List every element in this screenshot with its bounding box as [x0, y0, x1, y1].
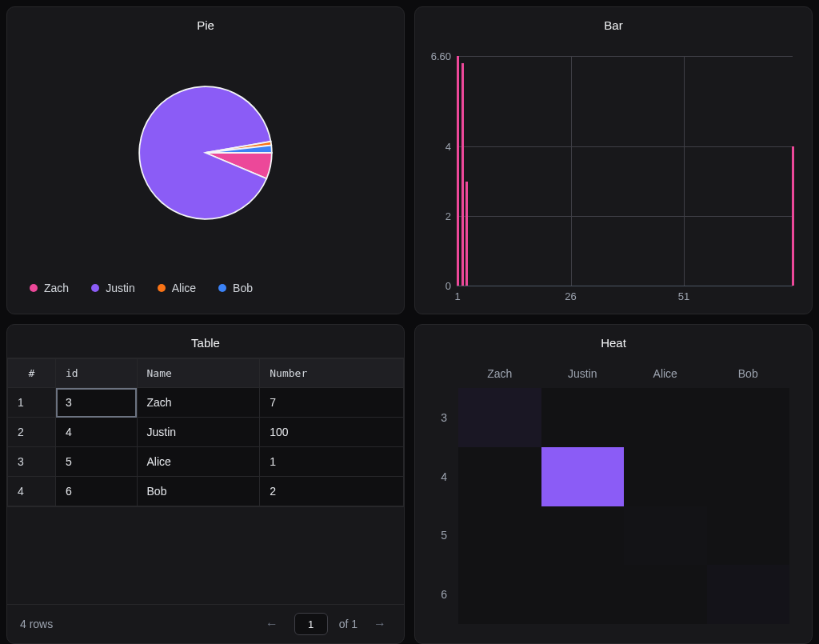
cell[interactable]: Zach	[137, 388, 260, 418]
column-header[interactable]: #	[8, 359, 56, 388]
legend-item[interactable]: Alice	[158, 282, 196, 294]
table-row[interactable]: 46Bob2	[8, 477, 404, 506]
rows-count: 4 rows	[20, 618, 53, 630]
bar[interactable]	[457, 56, 459, 286]
heat-chart: ZachJustinAliceBob 3456	[415, 358, 812, 643]
cell[interactable]: Alice	[137, 447, 260, 477]
heat-cell[interactable]	[624, 565, 707, 624]
heat-cell[interactable]	[541, 447, 625, 506]
page-of-label: of 1	[339, 618, 358, 630]
heat-cell[interactable]	[624, 388, 707, 447]
bar[interactable]	[465, 182, 468, 286]
cell[interactable]: 6	[56, 477, 138, 506]
legend-swatch	[30, 284, 38, 292]
column-header[interactable]: Name	[137, 359, 260, 388]
data-table[interactable]: #idNameNumber 13Zach724Justin10035Alice1…	[7, 358, 404, 506]
cell[interactable]: 3	[56, 388, 138, 418]
next-page-button[interactable]: →	[369, 614, 391, 634]
x-tick-label: 51	[678, 286, 689, 302]
column-header[interactable]: id	[56, 359, 138, 388]
heat-cell[interactable]	[707, 447, 790, 506]
pie-panel: Pie ZachJustinAliceBob	[6, 6, 405, 314]
heat-row-label: 4	[441, 470, 458, 483]
heat-col-label: Justin	[541, 367, 625, 380]
heat-col-label: Zach	[458, 367, 541, 380]
y-tick-label: 4	[445, 141, 457, 153]
heat-cell[interactable]	[624, 506, 707, 566]
pie-chart	[7, 40, 404, 266]
heat-row-label: 3	[441, 411, 458, 424]
table-row[interactable]: 13Zach7	[8, 388, 404, 418]
page-input[interactable]	[294, 613, 328, 635]
bar[interactable]	[461, 63, 464, 286]
cell[interactable]: Bob	[137, 477, 260, 506]
heat-panel: Heat ZachJustinAliceBob 3456	[414, 324, 813, 644]
legend-label: Alice	[172, 282, 196, 294]
table-panel: Table #idNameNumber 13Zach724Justin10035…	[6, 324, 405, 644]
cell[interactable]: 100	[260, 418, 404, 447]
heat-cell[interactable]	[624, 447, 707, 506]
x-tick-label: 26	[565, 286, 576, 302]
heat-cell[interactable]	[541, 506, 625, 566]
cell[interactable]: 2	[260, 477, 404, 506]
bar-title: Bar	[415, 7, 812, 40]
heat-col-label: Alice	[624, 367, 707, 380]
table-row[interactable]: 35Alice1	[8, 447, 404, 477]
y-tick-label: 6.60	[431, 50, 457, 62]
heat-col-label: Bob	[707, 367, 790, 380]
bar[interactable]	[792, 146, 794, 286]
row-number[interactable]: 3	[8, 447, 56, 477]
row-number[interactable]: 1	[8, 388, 56, 418]
table-row[interactable]: 24Justin100	[8, 418, 404, 447]
heat-title: Heat	[415, 325, 812, 358]
heat-cell[interactable]	[707, 388, 790, 447]
legend-label: Justin	[106, 282, 135, 294]
y-tick-label: 2	[445, 210, 457, 222]
legend-label: Zach	[44, 282, 69, 294]
heat-cell[interactable]	[541, 565, 625, 624]
pie-title: Pie	[7, 7, 404, 40]
legend-swatch	[218, 284, 226, 292]
pie-legend: ZachJustinAliceBob	[7, 266, 404, 314]
prev-page-button[interactable]: ←	[261, 614, 283, 634]
heat-cell[interactable]	[458, 565, 541, 624]
heat-row-label: 5	[441, 529, 458, 542]
cell[interactable]: 7	[260, 388, 404, 418]
heat-cell[interactable]	[458, 447, 541, 506]
table-title: Table	[7, 325, 404, 358]
heat-cell[interactable]	[541, 388, 625, 447]
heat-cell[interactable]	[707, 506, 790, 566]
column-header[interactable]: Number	[260, 359, 404, 388]
pie-svg	[134, 81, 278, 225]
x-tick-label: 1	[454, 286, 460, 302]
row-number[interactable]: 2	[8, 418, 56, 447]
legend-swatch	[91, 284, 99, 292]
bar-panel: Bar 0246.6012651	[414, 6, 813, 314]
heat-cell[interactable]	[707, 565, 790, 624]
bar-chart: 0246.6012651	[457, 56, 793, 286]
heat-cell[interactable]	[458, 388, 541, 447]
heat-row-label: 6	[441, 588, 458, 601]
legend-item[interactable]: Bob	[218, 282, 253, 294]
table-pager: 4 rows ← of 1 →	[7, 604, 404, 643]
legend-label: Bob	[233, 282, 253, 294]
legend-swatch	[158, 284, 166, 292]
cell[interactable]: 4	[56, 418, 138, 447]
row-number[interactable]: 4	[8, 477, 56, 506]
legend-item[interactable]: Justin	[91, 282, 135, 294]
cell[interactable]: Justin	[137, 418, 260, 447]
cell[interactable]: 5	[56, 447, 138, 477]
heat-cell[interactable]	[458, 506, 541, 566]
legend-item[interactable]: Zach	[30, 282, 69, 294]
cell[interactable]: 1	[260, 447, 404, 477]
